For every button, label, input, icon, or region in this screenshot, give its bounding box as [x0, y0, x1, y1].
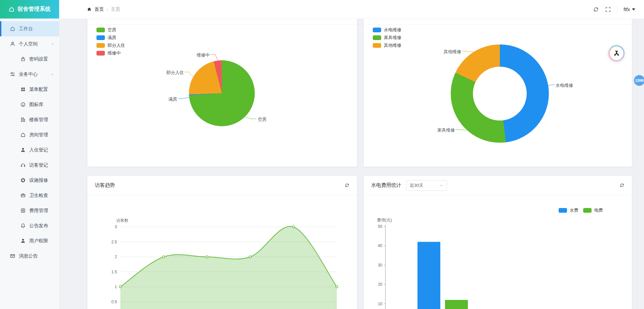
sidebar-item-personal-space[interactable]: 个人空间	[0, 36, 59, 52]
card-header: 访客趋势	[87, 176, 357, 195]
sidebar-item-label: 楼栋管理	[29, 117, 48, 123]
topbar: 首页 › 主页 ftfx	[59, 0, 644, 19]
sidebar-item-message-board[interactable]: 消息公告	[0, 248, 59, 264]
sidebar-nav: 工作台个人空间密码设置业务中心菜单配置图标库楼栋管理房间管理入住登记访客登记设施…	[0, 19, 59, 264]
username: ftfx	[623, 7, 630, 12]
repair-stats-donut-chart	[451, 44, 549, 143]
sidebar-item-announcement-publish[interactable]: 公告发布	[0, 218, 59, 233]
visitor-trend-card: 访客趋势 访客数32.521.510.5	[87, 176, 357, 309]
svg-text:访客数: 访客数	[116, 218, 128, 223]
floating-logo-badge[interactable]	[608, 45, 625, 61]
trident-logo-icon	[610, 46, 623, 60]
legend-item[interactable]: 部分入住	[96, 43, 125, 48]
bar-水费	[417, 242, 440, 309]
sidebar-item-label: 个人空间	[19, 41, 38, 47]
refresh-chart-icon[interactable]	[619, 183, 625, 188]
sidebar-item-hygiene-check[interactable]: 卫生检查	[0, 188, 59, 203]
chevron-up-icon	[50, 42, 54, 46]
sidebar-item-label: 房间管理	[29, 132, 48, 138]
legend-item[interactable]: 满房	[96, 35, 125, 40]
sidebar-item-label: 消息公告	[19, 253, 38, 259]
pie-label: 维修中	[197, 52, 210, 58]
sidebar-item-label: 卫生检查	[29, 193, 48, 199]
content-scrollbar[interactable]	[633, 19, 639, 309]
sidebar-item-room-management[interactable]: 房间管理	[0, 127, 59, 142]
legend-item[interactable]: 家具维修	[373, 35, 401, 40]
sidebar-item-workbench[interactable]: 工作台	[0, 21, 59, 36]
sidebar-item-fee-management[interactable]: 费用管理	[0, 203, 59, 218]
sidebar-item-label: 菜单配置	[29, 87, 48, 93]
legend-item[interactable]: 空房	[96, 28, 125, 32]
legend-label: 部分入住	[108, 42, 125, 48]
svg-text:50: 50	[378, 224, 383, 229]
main-area: 首页 › 主页 ftfx 空	[59, 0, 644, 309]
breadcrumb-item-home[interactable]: 首页	[94, 6, 104, 12]
card-divider	[364, 24, 632, 25]
legend-label: 电费	[594, 207, 603, 213]
legend-label: 满房	[108, 35, 116, 41]
fee-management-icon	[20, 208, 26, 213]
date-range-value: 近30天	[410, 182, 423, 188]
sidebar-item-label: 设施报修	[29, 177, 48, 183]
app-logo: 宿舍管理系统	[0, 0, 59, 19]
announcement-publish-icon	[20, 223, 26, 229]
svg-text:20: 20	[378, 282, 383, 287]
sidebar-item-business-center[interactable]: 业务中心	[0, 67, 59, 82]
sidebar-item-building-management[interactable]: 楼栋管理	[0, 112, 59, 127]
icon-library-icon	[20, 102, 26, 107]
memory-usage-badge[interactable]: 139M	[634, 75, 644, 86]
legend-swatch	[373, 43, 381, 48]
user-menu[interactable]: ftfx	[623, 7, 635, 12]
svg-text:1: 1	[115, 284, 117, 289]
donut-label: 其他维修	[444, 49, 461, 55]
svg-text:1.5: 1.5	[111, 270, 117, 274]
dashboard-content: 空房满房部分入住维修中 维修中 部分入住 满房 空房 水电维修家具维修其他维修	[59, 19, 644, 309]
sidebar-item-label: 公告发布	[29, 223, 48, 229]
legend-label: 水费	[570, 207, 578, 213]
svg-text:2: 2	[115, 254, 117, 259]
legend-swatch	[96, 43, 105, 48]
facility-repair-icon	[20, 177, 26, 183]
sidebar-item-label: 访客登记	[29, 162, 48, 168]
sidebar-item-icon-library[interactable]: 图标库	[0, 97, 59, 112]
chevron-down-icon	[632, 8, 635, 10]
bar-电费	[445, 300, 468, 309]
svg-text:30: 30	[378, 263, 383, 268]
legend-swatch	[96, 35, 105, 40]
sidebar-item-password-settings[interactable]: 密码设置	[0, 52, 59, 67]
legend-item[interactable]: 水电维修	[373, 28, 401, 32]
sidebar-item-label: 用户权限	[29, 238, 48, 244]
breadcrumb-separator: ›	[107, 7, 108, 12]
sidebar-item-label: 密码设置	[29, 56, 48, 62]
home-logo-icon	[8, 6, 15, 12]
sidebar-item-label: 业务中心	[19, 71, 38, 77]
legend-swatch	[559, 208, 567, 213]
building-management-icon	[20, 117, 26, 123]
sidebar-item-checkin-register[interactable]: 入住登记	[0, 142, 59, 158]
legend-item[interactable]: 水费	[559, 208, 578, 213]
sidebar-item-menu-config[interactable]: 菜单配置	[0, 82, 59, 97]
room-management-icon	[20, 132, 26, 138]
donut-label: 水电维修	[556, 82, 573, 89]
date-range-select[interactable]: 近30天	[406, 180, 447, 191]
legend-item[interactable]: 电费	[583, 208, 603, 213]
fullscreen-icon[interactable]	[605, 6, 611, 12]
legend-item[interactable]: 维修中	[96, 51, 125, 56]
legend-swatch	[583, 208, 592, 213]
repair-stats-legend: 水电维修家具维修其他维修	[373, 28, 401, 48]
sidebar-item-user-permission[interactable]: 用户权限	[0, 233, 59, 248]
utility-cost-chart: 费用(元)5040302010	[364, 216, 632, 309]
refresh-icon[interactable]	[593, 6, 599, 12]
legend-swatch	[373, 35, 381, 40]
workbench-icon	[10, 26, 15, 32]
legend-label: 家具维修	[384, 35, 401, 41]
legend-item[interactable]: 其他维修	[373, 43, 401, 48]
sidebar-item-visitor-register[interactable]: 访客登记	[0, 158, 59, 173]
sidebar-item-facility-repair[interactable]: 设施报修	[0, 173, 59, 188]
refresh-chart-icon[interactable]	[345, 183, 350, 188]
donut-label: 家具维修	[437, 127, 455, 133]
svg-text:费用(元): 费用(元)	[377, 218, 392, 222]
chevron-up-icon	[50, 72, 54, 76]
sidebar-item-label: 工作台	[19, 26, 33, 32]
room-status-card: 空房满房部分入住维修中 维修中 部分入住 满房 空房	[87, 19, 357, 167]
